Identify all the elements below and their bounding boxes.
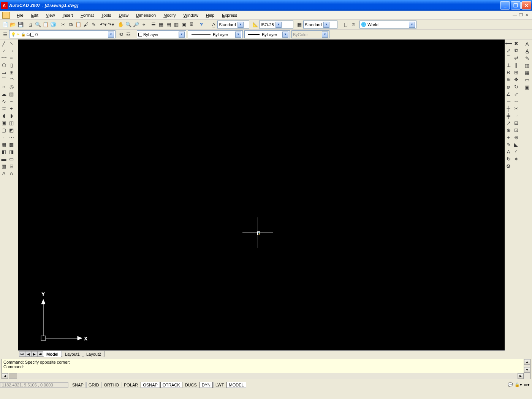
match-properties-icon[interactable]: 🖌 [82,21,90,28]
help-icon[interactable]: ? [198,21,205,28]
pan-icon[interactable]: ✋ [117,21,125,28]
command-window[interactable]: Command: Specify opposite corner: Comman… [2,359,530,379]
dimlinear-icon[interactable]: ⟷ [505,40,512,47]
wcs-icon[interactable]: ⎕ [342,21,350,28]
tab-first-button[interactable]: ⏮ [19,351,25,357]
pline-icon[interactable]: 〰 [0,54,8,62]
book-icon[interactable]: ▭ [523,76,531,84]
arc2-icon[interactable]: ◠ [8,76,15,83]
status-ducs-button[interactable]: DUCS [183,382,199,388]
fillet-icon[interactable]: ◜ [512,148,520,155]
undo-icon[interactable]: ↶▾ [100,21,107,28]
redo-icon[interactable]: ↷▾ [107,21,115,28]
qdim-icon[interactable]: ⊢ [505,97,512,105]
rotate-icon[interactable]: ↻ [512,83,520,90]
text-a-icon[interactable]: A [523,40,531,48]
markup-icon[interactable]: ▣ [180,21,188,28]
divide-icon[interactable]: ⋯ [8,133,15,141]
block-editor-icon[interactable]: ✎ [90,21,97,28]
spline2-icon[interactable]: ~ [8,97,15,105]
ellipse-icon[interactable]: ⬭ [0,104,8,112]
dim-style-dropdown[interactable]: ISO-25 ▼ [259,21,293,28]
status-lwt-button[interactable]: LWT [213,382,226,388]
color-dropdown[interactable]: ByLayer ▼ [137,30,186,38]
circle-icon[interactable]: ○ [0,83,8,90]
minimize-button[interactable]: _ [500,1,510,10]
tbl-icon[interactable]: ⊟ [8,162,15,170]
wblock-icon[interactable]: ◩ [8,126,15,134]
dimbase-icon[interactable]: ╫ [505,104,512,112]
donut-icon[interactable]: ◎ [8,83,15,90]
new-icon[interactable]: 📄 [2,21,9,28]
dimtedit-icon[interactable]: A [505,148,512,155]
offset-icon[interactable]: ∥ [512,61,520,69]
join-icon[interactable]: ⊕ [512,133,520,141]
menu-file[interactable]: File [13,12,27,18]
scroll-down-button[interactable]: ▼ [524,367,530,373]
status-snap-button[interactable]: SNAP [70,382,86,388]
cline-icon[interactable]: ⟋ [0,47,8,54]
explode-icon[interactable]: ✶ [512,155,520,163]
dimedit-icon[interactable]: ✎ [505,141,512,148]
break-icon[interactable]: ⊟ [512,119,520,127]
copy-icon[interactable]: ⧉ [512,47,520,54]
arc-icon[interactable]: ⌒ [0,76,8,83]
tab-model[interactable]: Model [43,351,62,357]
plot-preview-icon[interactable]: 🔍 [34,21,42,28]
plot-icon[interactable]: 🖨 [27,21,34,28]
menu-tools[interactable]: Tools [98,12,115,18]
mdi-restore-button[interactable]: ❐ [518,13,524,17]
dimang-icon[interactable]: ∠ [505,90,512,98]
tab-next-button[interactable]: ▶ [31,351,37,357]
tab-last-button[interactable]: ⏭ [37,351,43,357]
wipeout-icon[interactable]: ▨ [8,90,15,98]
dimaligned-icon[interactable]: ⤢ [505,47,512,54]
quickcalc-icon[interactable]: 🖩 [188,21,195,28]
scroll-up-button[interactable]: ▲ [524,359,530,365]
scroll-left-button[interactable]: ◀ [2,373,8,379]
coordinate-display[interactable]: 1182.4321, 9.5106 , 0.0000 [0,382,68,388]
fields-icon[interactable]: ▥ [523,62,531,69]
move-icon[interactable]: ✥ [512,76,520,83]
mdi-close-button[interactable]: ✕ [524,13,530,17]
ucs-name-dropdown[interactable]: 🌐 World ▼ [359,21,416,28]
text-icon[interactable]: A [8,169,15,177]
table-icon[interactable]: ▦ [0,162,8,170]
extend-icon[interactable]: → [512,112,520,119]
paste-icon[interactable]: 📋 [74,21,82,28]
publish-icon[interactable]: 📋 [42,21,49,28]
block-icon[interactable]: ◫ [8,119,15,127]
zoom-window-icon[interactable]: 🔎 [132,21,140,28]
layer-list-dropdown[interactable]: 💡 ☀ 🔒 🗀 0 ▼ [9,30,116,38]
polygon-icon[interactable]: ⬠ [0,61,8,69]
3dprint-icon[interactable]: 🧊 [49,21,57,28]
status-grid-button[interactable]: GRID [86,382,101,388]
menu-insert[interactable]: Insert [59,12,77,18]
bhatch-icon[interactable]: ▩ [8,141,15,148]
layer-manager-icon[interactable]: ☰ [2,31,9,38]
menu-draw[interactable]: Draw [115,12,132,18]
spline-icon[interactable]: ∿ [0,97,8,105]
dimdia-icon[interactable]: ⌀ [505,83,512,90]
drawing-canvas[interactable]: ⌛ X Y [18,40,505,350]
text-style-icon[interactable]: A̲ [210,21,217,28]
copy-icon[interactable]: ⧉ [67,21,74,28]
status-osnap-button[interactable]: OSNAP [141,382,160,388]
status-dyn-button[interactable]: DYN [200,382,213,388]
table-style-dropdown[interactable]: Standard ▼ [303,21,337,28]
dim-style-icon[interactable]: 📐 [252,21,259,28]
region-icon[interactable]: ▬ [0,155,8,163]
scroll-thumb[interactable] [9,374,17,378]
dimstyle-icon[interactable]: ⚙ [505,162,512,170]
array-icon[interactable]: ⊞ [512,68,520,76]
mtext-icon[interactable]: A [0,169,8,177]
mline-icon[interactable]: ≡ [8,54,15,62]
layer-states-icon[interactable]: ☲ [125,31,132,38]
chamfer-icon[interactable]: ◣ [512,141,520,148]
xline-icon[interactable]: ⟍ [8,40,15,47]
text-ai-icon[interactable]: A̲ [523,48,531,55]
dimjog-icon[interactable]: ≋ [505,76,512,83]
menu-window[interactable]: Window [180,12,202,18]
menu-view[interactable]: View [42,12,59,18]
htable-icon[interactable]: ▦ [523,69,531,76]
